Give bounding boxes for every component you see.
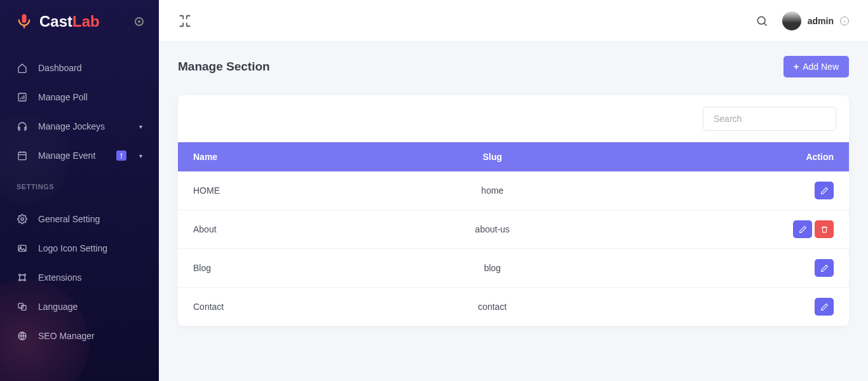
- col-slug: Slug: [383, 142, 602, 171]
- sidebar-item-label: Manage Poll: [38, 92, 142, 102]
- user-menu[interactable]: admin ⌄: [782, 11, 849, 30]
- svg-point-7: [19, 279, 21, 281]
- sidebar-item-seo-manager[interactable]: SEO Manager: [0, 321, 159, 351]
- edit-button[interactable]: [815, 259, 834, 277]
- target-icon[interactable]: [135, 17, 144, 26]
- add-new-label: Add New: [803, 62, 839, 72]
- sidebar-item-label: Manage Event: [38, 150, 106, 161]
- page-title: Manage Section: [178, 60, 270, 74]
- cell-action: [602, 288, 849, 326]
- chevron-down-icon: ▾: [139, 152, 142, 159]
- nav-heading-settings: SETTINGS: [0, 170, 159, 194]
- sidebar-item-manage-event[interactable]: Manage Event ! ▾: [0, 141, 159, 170]
- add-new-button[interactable]: + Add New: [783, 56, 849, 77]
- chevron-down-icon: ▾: [139, 123, 142, 130]
- mic-icon: [15, 13, 33, 30]
- headphones-icon: [17, 121, 28, 132]
- sidebar-item-label: Logo Icon Setting: [38, 243, 142, 253]
- sidebar-item-manage-poll[interactable]: Manage Poll: [0, 83, 159, 112]
- sidebar-item-label: General Setting: [38, 214, 142, 224]
- home-icon: [17, 62, 28, 74]
- table-row: HOMEhome: [178, 171, 849, 210]
- cell-name: About: [178, 210, 383, 249]
- sidebar-item-label: Manage Jockeys: [38, 121, 129, 131]
- cell-action: [602, 249, 849, 288]
- cell-action: [602, 171, 849, 210]
- svg-point-12: [757, 17, 765, 24]
- sections-table: Name Slug Action HOMEhomeAboutabout-usBl…: [178, 142, 849, 326]
- sidebar-item-dashboard[interactable]: Dashboard: [0, 53, 159, 83]
- search-input[interactable]: [703, 107, 836, 131]
- logo-text: CastLab: [39, 13, 100, 30]
- table-row: Blogblog: [178, 249, 849, 288]
- col-action: Action: [602, 142, 849, 171]
- cell-name: Contact: [178, 288, 383, 326]
- avatar: [782, 11, 801, 30]
- col-name: Name: [178, 142, 383, 171]
- chevron-down-icon: ⌄: [840, 17, 849, 25]
- sidebar-item-label: SEO Manager: [38, 331, 142, 341]
- edit-button[interactable]: [815, 182, 834, 199]
- edit-button[interactable]: [815, 298, 834, 316]
- svg-point-2: [21, 218, 24, 220]
- cell-slug: about-us: [383, 210, 602, 249]
- collapse-sidebar-icon[interactable]: [178, 14, 192, 28]
- puzzle-icon: [17, 272, 28, 283]
- cell-slug: contact: [383, 288, 602, 326]
- svg-point-6: [24, 274, 26, 276]
- header: admin ⌄: [159, 0, 868, 42]
- sidebar-item-language[interactable]: Language: [0, 292, 159, 321]
- table-row: Aboutabout-us: [178, 210, 849, 249]
- cell-slug: blog: [383, 249, 602, 288]
- svg-point-5: [19, 274, 21, 276]
- svg-point-8: [24, 279, 26, 281]
- sidebar-item-logo-icon-setting[interactable]: Logo Icon Setting: [0, 234, 159, 263]
- alert-badge: !: [116, 150, 126, 161]
- sidebar-item-general-setting[interactable]: General Setting: [0, 204, 159, 234]
- poll-icon: [17, 91, 28, 103]
- sidebar-item-label: Language: [38, 302, 142, 312]
- globe-icon: [17, 330, 28, 342]
- plus-icon: +: [794, 62, 799, 72]
- nav-settings: General Setting Logo Icon Setting Extens…: [0, 194, 159, 351]
- cell-slug: home: [383, 171, 602, 210]
- search-icon[interactable]: [756, 15, 768, 27]
- sidebar-item-label: Extensions: [38, 272, 142, 283]
- sidebar: CastLab Dashboard Manage Poll Manage Joc…: [0, 0, 159, 381]
- edit-button[interactable]: [793, 220, 812, 238]
- language-icon: [17, 301, 28, 312]
- nav-main: Dashboard Manage Poll Manage Jockeys ▾ M…: [0, 43, 159, 170]
- table-row: Contactcontact: [178, 288, 849, 326]
- user-name: admin: [808, 16, 834, 26]
- delete-button[interactable]: [815, 220, 834, 238]
- sidebar-item-extensions[interactable]: Extensions: [0, 263, 159, 292]
- sidebar-item-label: Dashboard: [38, 63, 142, 73]
- cell-action: [602, 210, 849, 249]
- gear-icon: [17, 213, 28, 225]
- cell-name: HOME: [178, 171, 383, 210]
- cell-name: Blog: [178, 249, 383, 288]
- sidebar-item-manage-jockeys[interactable]: Manage Jockeys ▾: [0, 112, 159, 141]
- calendar-icon: [17, 150, 28, 161]
- section-card: Name Slug Action HOMEhomeAboutabout-usBl…: [178, 95, 849, 326]
- logo[interactable]: CastLab: [0, 0, 159, 43]
- svg-rect-1: [18, 152, 26, 160]
- image-icon: [17, 243, 28, 254]
